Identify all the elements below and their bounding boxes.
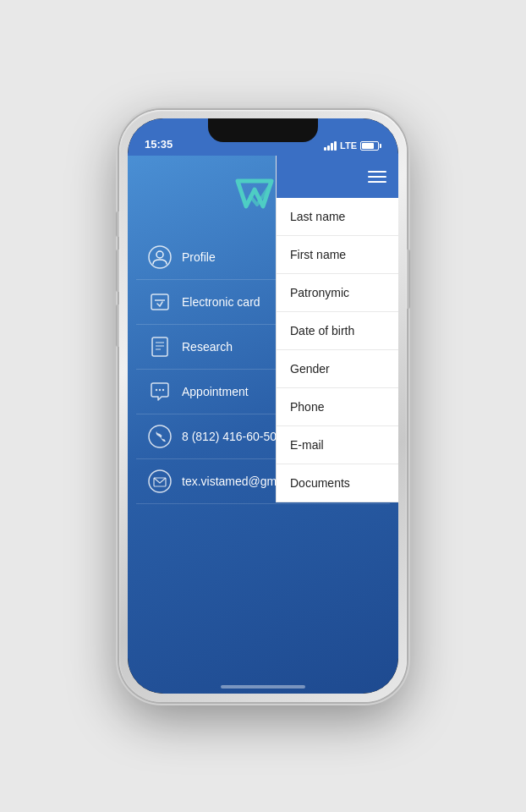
- power-button[interactable]: [407, 250, 410, 309]
- battery-icon: [360, 141, 381, 151]
- svg-rect-5: [152, 337, 167, 356]
- signal-icon: [324, 141, 337, 151]
- dropdown-item-gender[interactable]: Gender: [277, 350, 398, 388]
- screen: 15:35 LTE: [128, 118, 398, 694]
- mute-button[interactable]: [116, 211, 119, 237]
- svg-point-2: [156, 251, 163, 258]
- hamburger-button[interactable]: [368, 171, 386, 183]
- lte-label: LTE: [340, 140, 357, 151]
- home-indicator: [221, 685, 305, 689]
- svg-point-9: [156, 389, 157, 391]
- menu-label-research: Research: [182, 340, 233, 354]
- svg-point-13: [149, 470, 171, 492]
- hamburger-line-1: [368, 171, 386, 173]
- hamburger-line-3: [368, 181, 386, 183]
- volume-up-button[interactable]: [116, 250, 119, 292]
- dropdown-item-documents[interactable]: Documents: [277, 464, 398, 502]
- svg-point-10: [159, 389, 161, 391]
- dropdown-item-patronymic[interactable]: Patronymic: [277, 274, 398, 312]
- svg-rect-3: [151, 294, 168, 310]
- hamburger-line-2: [368, 176, 386, 178]
- person-icon: [148, 245, 172, 269]
- menu-label-electronic-card: Electronic card: [182, 295, 260, 309]
- notch: [208, 118, 318, 142]
- menu-label-profile: Profile: [182, 250, 216, 264]
- svg-point-1: [149, 246, 171, 268]
- dropdown-item-first-name[interactable]: First name: [277, 236, 398, 274]
- phone-inner: 15:35 LTE: [128, 118, 398, 694]
- dropdown-item-email[interactable]: E-mail: [277, 426, 398, 464]
- email-icon: [148, 469, 172, 493]
- menu-label-phone: 8 (812) 416-60-50: [182, 430, 277, 443]
- phone-frame: 15:35 LTE: [119, 110, 407, 702]
- menu-label-appointment: Appointment: [182, 385, 249, 398]
- status-time: 15:35: [145, 138, 173, 151]
- dropdown-item-last-name[interactable]: Last name: [277, 198, 398, 236]
- dropdown-panel: Last name First name Patronymic Date of …: [276, 156, 398, 502]
- dropdown-item-phone[interactable]: Phone: [277, 388, 398, 426]
- svg-point-11: [162, 389, 164, 391]
- chat-icon: [148, 380, 172, 403]
- volume-down-button[interactable]: [116, 304, 119, 347]
- card-icon: [148, 290, 172, 314]
- dropdown-item-date-of-birth[interactable]: Date of birth: [277, 312, 398, 350]
- dropdown-header: [277, 156, 398, 198]
- status-icons: LTE: [324, 140, 381, 151]
- phone-icon: [148, 425, 172, 448]
- app-content: Profile Electronic card: [128, 156, 398, 694]
- document-icon: [148, 335, 172, 359]
